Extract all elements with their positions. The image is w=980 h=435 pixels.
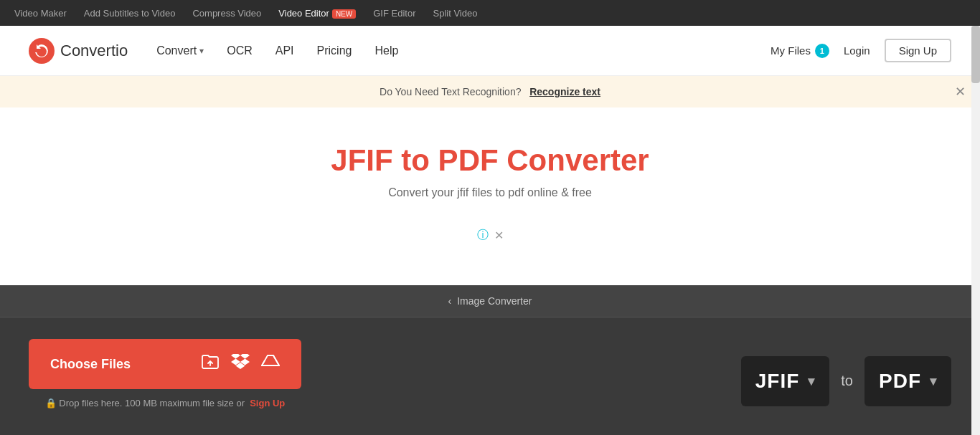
drop-area-text: 🔒 Drop files here. 100 MB maximum file s… (29, 389, 301, 423)
nav-convert[interactable]: Convert ▾ (156, 44, 204, 57)
topbar-gif-editor[interactable]: GIF Editor (373, 8, 415, 19)
folder-icon (201, 354, 220, 374)
main-nav: Convert ▾ OCR API Pricing Help (156, 44, 771, 57)
topbar-add-subtitles[interactable]: Add Subtitles to Video (84, 8, 176, 19)
back-arrow-icon: ‹ (448, 295, 452, 307)
file-upload-area: Choose Files (29, 339, 301, 423)
ad-info-icon[interactable]: ⓘ (477, 228, 489, 243)
main-content: JFIF to PDF Converter Convert your jfif … (0, 107, 980, 285)
nav-pricing[interactable]: Pricing (317, 44, 352, 57)
converter-header: ‹ Image Converter (0, 285, 980, 317)
signup-button[interactable]: Sign Up (885, 39, 951, 62)
scrollbar-thumb[interactable] (971, 26, 980, 83)
to-format-label: PDF (879, 370, 921, 393)
dropbox-icon (231, 354, 250, 374)
from-format-chevron-icon: ▾ (808, 373, 815, 389)
drive-icon (261, 354, 280, 374)
lock-icon: 🔒 (45, 398, 57, 408)
logo-text: Convertio (60, 42, 128, 60)
header-right: My Files 1 Login Sign Up (771, 39, 951, 62)
to-separator: to (838, 373, 856, 389)
my-files-label: My Files (771, 44, 811, 57)
topbar-compress-video[interactable]: Compress Video (192, 8, 261, 19)
top-navigation: Video Maker Add Subtitles to Video Compr… (0, 0, 980, 26)
upload-icons (201, 354, 280, 374)
topbar-video-maker[interactable]: Video Maker (14, 8, 67, 19)
ocr-banner: Do You Need Text Recognition? Recognize … (0, 76, 980, 107)
new-badge: NEW (332, 9, 356, 19)
ad-area: ⓘ ✕ (14, 221, 966, 249)
ad-close-icon[interactable]: ✕ (494, 229, 504, 242)
converter-header-text: Image Converter (457, 295, 532, 307)
logo-icon (29, 38, 55, 64)
format-selector: JFIF ▾ to PDF ▾ (741, 356, 951, 406)
converter-section: ‹ Image Converter Choose Files (0, 285, 980, 435)
nav-help[interactable]: Help (374, 44, 398, 57)
to-format-button[interactable]: PDF ▾ (864, 356, 951, 406)
from-format-button[interactable]: JFIF ▾ (741, 356, 830, 406)
choose-files-label: Choose Files (50, 357, 131, 372)
topbar-video-editor[interactable]: Video EditorNEW (278, 8, 356, 19)
converter-body: Choose Files (0, 317, 980, 435)
my-files-button[interactable]: My Files 1 (771, 44, 829, 58)
page-title: JFIF to PDF Converter (14, 143, 966, 178)
nav-ocr[interactable]: OCR (227, 44, 253, 57)
recognize-text-link[interactable]: Recognize text (529, 86, 600, 97)
to-format-chevron-icon: ▾ (930, 373, 937, 389)
header: Convertio Convert ▾ OCR API Pricing Help… (0, 26, 980, 76)
files-count-badge: 1 (815, 44, 829, 58)
choose-files-button[interactable]: Choose Files (29, 339, 301, 389)
logo[interactable]: Convertio (29, 38, 128, 64)
page-subtitle: Convert your jfif files to pdf online & … (14, 186, 966, 199)
chevron-down-icon: ▾ (199, 46, 204, 56)
nav-api[interactable]: API (275, 44, 294, 57)
from-format-label: JFIF (755, 370, 800, 393)
drop-signup-link[interactable]: Sign Up (250, 398, 285, 408)
login-button[interactable]: Login (844, 44, 870, 57)
topbar-split-video[interactable]: Split Video (433, 8, 478, 19)
banner-text: Do You Need Text Recognition? (380, 86, 521, 97)
scrollbar-track[interactable] (971, 26, 980, 435)
banner-close-button[interactable]: ✕ (955, 84, 966, 100)
